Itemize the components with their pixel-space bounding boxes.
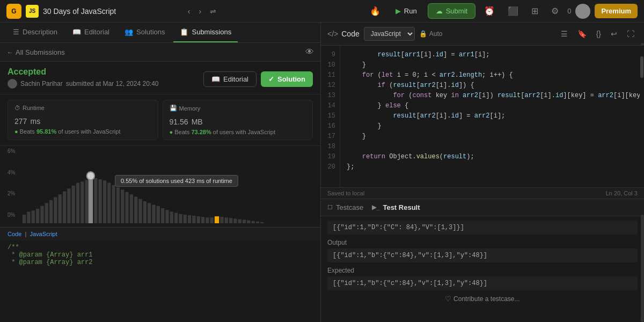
code-lang: JavaScript bbox=[30, 231, 57, 237]
submit-icon: ☁ bbox=[436, 7, 443, 15]
eye-icon-btn[interactable]: 👁 bbox=[305, 47, 314, 57]
svg-rect-28 bbox=[148, 203, 151, 223]
submit-button[interactable]: ☁ Submit bbox=[428, 3, 475, 19]
svg-rect-21 bbox=[116, 187, 120, 223]
tab-editorial-label: Editorial bbox=[84, 28, 109, 36]
chart-section: 6%4%2%0% bbox=[0, 146, 320, 227]
bookmark-icon-btn[interactable]: 🔖 bbox=[574, 28, 590, 40]
svg-rect-19 bbox=[107, 183, 111, 223]
chart-y-labels: 6%4%2%0% bbox=[8, 148, 15, 218]
code-line-20: }; bbox=[347, 162, 633, 172]
alarm-icon-btn[interactable]: ⏰ bbox=[480, 4, 499, 18]
editor-lines: 910111213 1415161718 1920 result[arr1[i]… bbox=[321, 46, 644, 187]
run-button[interactable]: ▶ Run bbox=[389, 4, 423, 18]
tab-test-result[interactable]: ▶_ Test Result bbox=[372, 203, 420, 211]
fire-count: 0 bbox=[567, 7, 571, 15]
code-bracket-icon: </> bbox=[327, 30, 338, 38]
chart-container: 6%4%2%0% bbox=[8, 148, 313, 227]
grid-icon-btn[interactable]: ⊞ bbox=[527, 4, 543, 18]
svg-point-54 bbox=[87, 172, 95, 180]
testcase-label: Testcase bbox=[336, 203, 363, 211]
svg-rect-4 bbox=[40, 206, 43, 223]
submitted-at: submitted at Mar 12, 2024 20:40 bbox=[66, 80, 159, 87]
submissions-icon: 📋 bbox=[180, 28, 188, 36]
code-toolbar: ☰ 🔖 {} ↩ ⛶ bbox=[558, 28, 638, 40]
undo-icon-btn[interactable]: ↩ bbox=[608, 28, 620, 40]
svg-rect-10 bbox=[67, 188, 70, 223]
test-tabs: ☐ Testcase ▶_ Test Result bbox=[321, 199, 644, 216]
editorial-button[interactable]: 📖 Editorial bbox=[203, 71, 257, 87]
svg-rect-45 bbox=[225, 217, 228, 223]
cursor-position: Ln 20, Col 3 bbox=[606, 190, 638, 196]
svg-rect-1 bbox=[27, 211, 30, 223]
svg-rect-52 bbox=[256, 222, 259, 223]
green-dot-memory: ● bbox=[170, 129, 173, 135]
heart-icon: ♡ bbox=[445, 295, 451, 303]
right-scrollbar[interactable] bbox=[641, 215, 644, 322]
language-select[interactable]: JavaScript Python Java bbox=[364, 27, 415, 41]
svg-rect-3 bbox=[36, 209, 39, 223]
user-avatar[interactable] bbox=[575, 4, 590, 19]
tab-testcase[interactable]: ☐ Testcase bbox=[327, 203, 363, 211]
svg-rect-25 bbox=[134, 196, 137, 223]
prev-button[interactable]: ‹ bbox=[185, 5, 194, 18]
output-row: [{"id":1,"b":{"c":84},"v":[1,3],"y":48}] bbox=[327, 248, 638, 262]
svg-rect-12 bbox=[76, 183, 79, 223]
tab-description[interactable]: ☰ Description bbox=[6, 23, 64, 42]
svg-rect-2 bbox=[32, 210, 35, 223]
fire-icon-btn[interactable]: 🔥 bbox=[365, 4, 385, 18]
premium-button[interactable]: Premium bbox=[595, 4, 638, 18]
run-label: Run bbox=[404, 7, 417, 15]
auto-badge: 🔒 Auto bbox=[419, 30, 443, 38]
svg-rect-46 bbox=[229, 218, 232, 223]
svg-rect-51 bbox=[252, 221, 255, 223]
code-line-11: for (let i = 0; i < arr2.length; i++) { bbox=[347, 70, 633, 80]
shuffle-button[interactable]: ⇌ bbox=[207, 5, 219, 18]
nav-arrows: ‹ › ⇌ bbox=[185, 5, 219, 18]
svg-rect-48 bbox=[238, 219, 241, 223]
solution-btn-label: Solution bbox=[277, 75, 305, 83]
save-status: Saved to local bbox=[327, 190, 364, 196]
code-header: </> Code JavaScript Python Java 🔒 Auto ☰… bbox=[321, 23, 644, 46]
memory-label: 💾 Memory bbox=[170, 105, 306, 112]
tab-solutions-label: Solutions bbox=[136, 28, 165, 36]
back-arrow-icon: ← bbox=[6, 48, 13, 56]
code-line-9: result[arr1[i].id] = arr1[i]; bbox=[347, 50, 633, 60]
svg-rect-5 bbox=[45, 203, 48, 223]
code-line-18 bbox=[347, 142, 633, 152]
layout-icon-btn[interactable]: ⬛ bbox=[503, 4, 523, 18]
terminal-icon: ▶_ bbox=[372, 204, 379, 211]
code-line-1: /** bbox=[8, 244, 313, 251]
author-avatar bbox=[8, 79, 17, 89]
test-body: [{"id":1,"D":{"C": 84},"V":[1,3]}] Outpu… bbox=[321, 216, 644, 322]
svg-rect-17 bbox=[98, 179, 101, 223]
editor-scrollbar-thumb[interactable] bbox=[640, 56, 643, 78]
test-result-panel: ☐ Testcase ▶_ Test Result [{"id":1,"D":{… bbox=[321, 199, 644, 322]
fullscreen-icon-btn[interactable]: ⛶ bbox=[624, 28, 638, 40]
svg-rect-20 bbox=[112, 185, 115, 223]
testcase-check-icon: ☐ bbox=[327, 204, 333, 211]
list-icon-btn[interactable]: ☰ bbox=[558, 28, 571, 40]
tab-submissions[interactable]: 📋 Submissions bbox=[173, 23, 238, 42]
editor-scrollbar-track bbox=[640, 46, 644, 187]
code-snippet: /** * @param {Array} arr1 * @param {Arra… bbox=[0, 240, 320, 323]
settings-icon-btn[interactable]: ⚙ bbox=[547, 4, 563, 18]
auto-label: Auto bbox=[429, 30, 443, 38]
tab-editorial[interactable]: 📖 Editorial bbox=[66, 23, 116, 42]
svg-rect-49 bbox=[243, 220, 246, 223]
tab-submissions-label: Submissions bbox=[192, 28, 231, 36]
next-button[interactable]: › bbox=[195, 5, 204, 18]
back-button[interactable]: ← All Submissions bbox=[6, 48, 65, 56]
editor-area[interactable]: 910111213 1415161718 1920 result[arr1[i]… bbox=[321, 46, 644, 187]
runtime-stat-box: ⏱ Runtime 277 ms ● Beats 95.81% of users… bbox=[8, 100, 158, 140]
editorial-icon: 📖 bbox=[72, 28, 81, 36]
solution-icon: ✓ bbox=[268, 75, 274, 83]
svg-rect-27 bbox=[143, 201, 147, 223]
app-logo: G bbox=[6, 4, 21, 19]
code-line-19: return Object.values(result); bbox=[347, 152, 633, 162]
author-name: Sachin Parihar bbox=[20, 80, 63, 87]
solution-button[interactable]: ✓ Solution bbox=[261, 71, 313, 87]
expand-icon-btn[interactable]: {} bbox=[593, 28, 604, 40]
code-section-label: Code | JavaScript bbox=[0, 227, 320, 240]
tab-solutions[interactable]: 👥 Solutions bbox=[118, 23, 171, 42]
